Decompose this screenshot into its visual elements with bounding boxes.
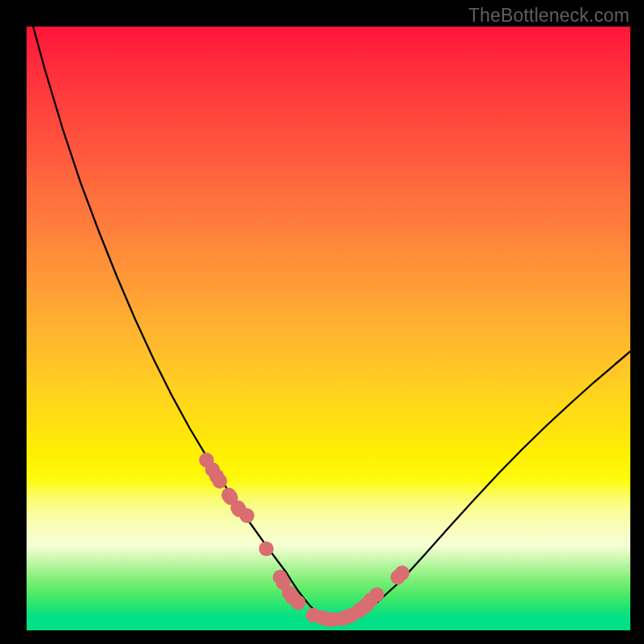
outer-frame: TheBottleneck.com bbox=[0, 0, 644, 644]
plot-area bbox=[27, 27, 630, 630]
watermark-text: TheBottleneck.com bbox=[469, 5, 630, 27]
gradient-background bbox=[27, 27, 630, 630]
